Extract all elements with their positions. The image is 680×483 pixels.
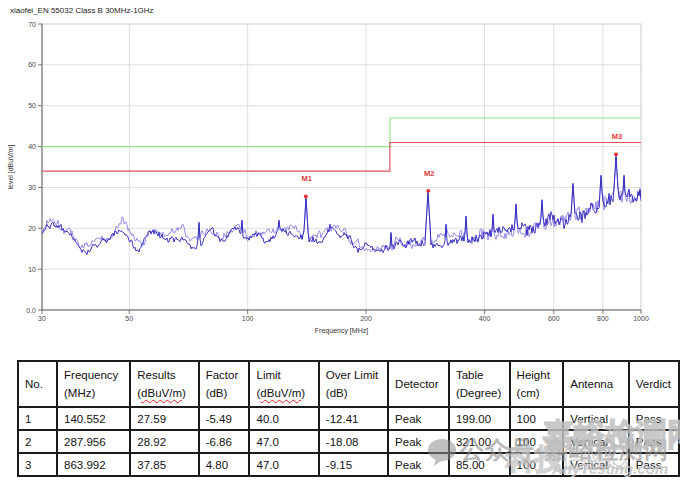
cell-detector: Peak [388,453,449,476]
cell-antenna: Vertical [563,453,629,476]
cell-verdict: Pass [629,407,679,430]
x-tick-label: 50 [125,315,133,322]
cell-antenna: Vertical [563,430,629,453]
col-header-label: Height [517,366,561,384]
col-header-table: Table(Degree) [449,361,510,407]
cell-verdict: Pass [629,453,679,476]
col-header-results: Results(dBuV/m) [130,361,198,407]
cell-factor: 4.80 [199,453,250,476]
col-header-verdict: Verdict [629,361,679,407]
table-header-row: No.Frequency(MHz)Results(dBuV/m)Factor(d… [18,361,679,407]
y-tick-label: 20 [28,225,36,232]
col-header-detector: Detector [388,361,449,407]
y-axis-title: level [dBuV/m] [7,144,15,189]
col-header-label: Factor [206,366,247,384]
col-header-label: Verdict [636,375,676,393]
cell-verdict: Pass [629,430,679,453]
col-header-unit: (dBuV/m) [137,384,195,402]
results-table: No.Frequency(MHz)Results(dBuV/m)Factor(d… [17,360,680,477]
col-header-unit: (Degree) [456,384,507,402]
marker-label-M3: M3 [612,132,622,141]
col-header-unit: (cm) [517,384,561,402]
cell-factor: -5.49 [199,407,250,430]
marker-label-M1: M1 [302,174,312,183]
x-tick-label: 100 [242,315,254,322]
cell-no-: 1 [18,407,57,430]
cell-results: 37.85 [130,453,198,476]
x-axis-title: Frequency [MHz] [315,327,368,335]
marker-label-M2: M2 [424,169,434,178]
col-header-label: Limit [256,366,315,384]
col-header-label: Over Limit [326,366,385,384]
emc-test-report: xiaofei_EN 55032 Class B 30MHz-1GHz0.010… [0,0,680,483]
marker-dot-M1 [304,194,308,198]
col-header-label: Detector [395,375,446,393]
marker-dot-M2 [426,189,430,193]
table-row: 1140.55227.59-5.4940.0-12.41Peak199.0010… [18,407,679,430]
x-tick-label: 400 [479,315,491,322]
cell-height: 100 [510,453,564,476]
col-header-no-: No. [18,361,57,407]
x-tick-label: 800 [597,315,609,322]
cell-no-: 2 [18,430,57,453]
cell-table: 321.00 [449,430,510,453]
col-header-unit: (dB) [326,384,385,402]
col-header-label: No. [25,375,54,393]
y-tick-label: 30 [28,184,36,191]
cell-frequency: 140.552 [57,407,130,430]
cell-frequency: 863.992 [57,453,130,476]
cell-detector: Peak [388,407,449,430]
col-header-unit: (MHz) [64,384,127,402]
y-tick-label: 50 [28,102,36,109]
cell-factor: -6.86 [199,430,250,453]
cell-results: 27.59 [130,407,198,430]
cell-height: 100 [510,430,564,453]
chart-title: xiaofei_EN 55032 Class B 30MHz-1GHz [10,6,154,15]
col-header-height: Height(cm) [510,361,564,407]
table-row: 3863.99237.854.8047.0-9.15Peak85.00100Ve… [18,453,679,476]
cell-detector: Peak [388,430,449,453]
x-tick-label: 1000 [633,315,649,322]
x-tick-label: 200 [360,315,372,322]
y-tick-label: 0.0 [26,307,36,314]
cell-height: 100 [510,407,564,430]
col-header-label: Frequency [64,366,127,384]
cell-antenna: Vertical [563,407,629,430]
cell-results: 28.92 [130,430,198,453]
cell-limit: 40.0 [249,407,318,430]
cell-table: 85.00 [449,453,510,476]
x-tick-label: 600 [548,315,560,322]
results-table-wrap: No.Frequency(MHz)Results(dBuV/m)Factor(d… [17,360,680,477]
col-header-factor: Factor(dB) [199,361,250,407]
y-tick-label: 40 [28,143,36,150]
marker-dot-M3 [614,152,618,156]
col-header-limit: Limit(dBuV/m) [249,361,318,407]
col-header-over-limit: Over Limit(dB) [319,361,388,407]
cell-over-limit: -18.08 [319,430,388,453]
col-header-unit: (dB) [206,384,247,402]
y-tick-label: 60 [28,61,36,68]
emissions-spectrum-chart: xiaofei_EN 55032 Class B 30MHz-1GHz0.010… [0,0,680,352]
cell-table: 199.00 [449,407,510,430]
col-header-label: Table [456,366,507,384]
table-row: 2287.95628.92-6.8647.0-18.08Peak321.0010… [18,430,679,453]
col-header-label: Results [137,366,195,384]
col-header-frequency: Frequency(MHz) [57,361,130,407]
cell-limit: 47.0 [249,430,318,453]
emissions-chart-panel: xiaofei_EN 55032 Class B 30MHz-1GHz0.010… [0,0,680,352]
x-tick-label: 30 [38,315,46,322]
cell-no-: 3 [18,453,57,476]
col-header-unit: (dBuV/m) [256,384,315,402]
col-header-label: Antenna [570,375,626,393]
cell-over-limit: -9.15 [319,453,388,476]
col-header-antenna: Antenna [563,361,629,407]
plot-border [42,24,641,310]
cell-frequency: 287.956 [57,430,130,453]
cell-over-limit: -12.41 [319,407,388,430]
y-tick-label: 70 [28,21,36,28]
y-tick-label: 10 [28,266,36,273]
cell-limit: 47.0 [249,453,318,476]
